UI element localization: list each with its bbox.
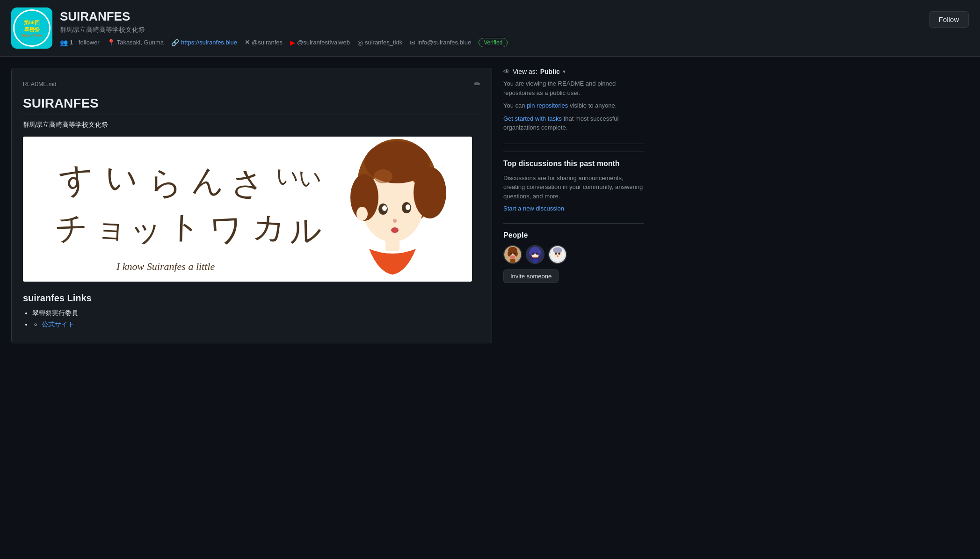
- pin-repos-text: You can pin repositories visible to anyo…: [503, 101, 644, 110]
- svg-text:ッ: ッ: [129, 211, 164, 249]
- svg-point-26: [393, 219, 397, 223]
- view-as-section: 👁 View as: Public ▾ You are viewing the …: [503, 68, 644, 132]
- sketch-svg: す い ら ん さ い い チ ョ ッ: [23, 137, 472, 282]
- svg-point-35: [510, 253, 512, 255]
- svg-rect-46: [533, 259, 538, 263]
- svg-text:ト: ト: [167, 209, 202, 245]
- instagram-icon: ◎: [357, 39, 363, 46]
- svg-point-44: [532, 253, 535, 255]
- website-link[interactable]: 🔗 https://suiranfes.blue: [171, 39, 237, 46]
- svg-text:I know Suiranfes a little: I know Suiranfes a little: [116, 261, 215, 272]
- readme-header: README.md ✏: [23, 80, 480, 88]
- location-icon: 📍: [107, 39, 115, 46]
- main-layout: README.md ✏ SUIRANFES 群馬県立高崎高等学校文化祭 す い …: [0, 57, 655, 355]
- person-avatar-1[interactable]: [503, 245, 522, 264]
- person-avatar-2[interactable]: [526, 245, 544, 264]
- svg-point-50: [553, 247, 562, 254]
- readme-card: README.md ✏ SUIRANFES 群馬県立高崎高等学校文化祭 す い …: [11, 68, 492, 343]
- readme-link-item-2: 公式サイト: [32, 320, 480, 329]
- svg-point-29: [356, 207, 368, 221]
- svg-point-51: [555, 253, 557, 255]
- svg-point-43: [537, 249, 541, 255]
- view-as-value: Public: [540, 68, 560, 75]
- svg-text:ル: ル: [289, 212, 323, 249]
- svg-point-53: [557, 255, 559, 257]
- svg-text:ワ: ワ: [209, 211, 244, 249]
- readme-links-title: suiranfes Links: [23, 293, 480, 304]
- link-icon: 🔗: [171, 39, 179, 46]
- svg-text:チ: チ: [55, 210, 89, 247]
- people-section: People: [503, 231, 644, 283]
- eye-icon: 👁: [503, 68, 510, 75]
- svg-rect-28: [385, 237, 399, 251]
- org-info: SUIRANFES 群馬県立高崎高等学校文化祭 👥 1 follower 📍 T…: [60, 9, 969, 47]
- readme-title: SUIRANFES: [23, 96, 480, 115]
- people-avatars-group: …: [503, 245, 644, 264]
- svg-point-42: [529, 249, 533, 255]
- svg-text:い: い: [104, 160, 139, 197]
- svg-text:ん: ん: [191, 162, 226, 200]
- location: 📍 Takasaki, Gunma: [107, 39, 164, 46]
- discussions-title: Top discussions this past month: [503, 160, 644, 168]
- readme-filename: README.md: [23, 81, 56, 87]
- left-column: README.md ✏ SUIRANFES 群馬県立高崎高等学校文化祭 す い …: [11, 68, 492, 343]
- svg-point-27: [391, 227, 399, 233]
- tasks-text: Get started with tasks that most success…: [503, 114, 644, 132]
- follower-count[interactable]: 👥 1 follower: [60, 39, 100, 46]
- svg-text:カ: カ: [252, 209, 287, 247]
- people-title: People: [503, 231, 644, 240]
- divider-1: [503, 144, 644, 144]
- twitter-icon: ✕: [245, 39, 250, 46]
- instagram-link[interactable]: ◎ suiranfes_tktk: [357, 39, 402, 46]
- readme-subtitle: 群馬県立高崎高等学校文化祭: [23, 121, 480, 129]
- view-as-label: View as:: [513, 68, 537, 75]
- svg-text:い: い: [298, 165, 322, 190]
- svg-point-37: [510, 255, 515, 259]
- svg-text:さ: さ: [230, 165, 265, 202]
- org-description: 群馬県立高崎高等学校文化祭: [60, 26, 969, 34]
- twitter-link[interactable]: ✕ @suiranfes: [245, 39, 283, 46]
- person-avatar-3[interactable]: …: [548, 245, 567, 264]
- pin-repos-link[interactable]: pin repositories: [527, 102, 568, 109]
- discussions-section: Top discussions this past month Discussi…: [503, 152, 644, 212]
- divider-2: [503, 223, 644, 224]
- readme-links: 翠巒祭実行委員 公式サイト: [23, 309, 480, 329]
- follower-icon: 👥: [60, 39, 68, 46]
- email-link[interactable]: ✉ info@suiranfes.blue: [410, 39, 471, 46]
- email-icon: ✉: [410, 39, 415, 46]
- svg-text:ら: ら: [148, 164, 183, 202]
- svg-rect-38: [510, 259, 515, 263]
- svg-point-45: [536, 253, 538, 255]
- svg-text:ョ: ョ: [95, 211, 128, 245]
- follow-button[interactable]: Follow: [929, 11, 969, 28]
- readme-image: す い ら ん さ い い チ ョ ッ: [23, 137, 472, 282]
- view-as-dropdown-icon[interactable]: ▾: [563, 68, 566, 75]
- right-column: 👁 View as: Public ▾ You are viewing the …: [503, 68, 644, 343]
- readme-edit-button[interactable]: ✏: [474, 80, 480, 88]
- tasks-link[interactable]: Get started with tasks: [503, 115, 562, 122]
- start-discussion-link[interactable]: Start a new discussion: [503, 205, 564, 212]
- svg-point-52: [558, 253, 560, 255]
- org-avatar[interactable]: 第66回翠巒祭 Super Crew: [11, 7, 52, 49]
- readme-link-item-1: 翠巒祭実行委員: [32, 309, 480, 318]
- youtube-link[interactable]: ▶ @suiranfestivalweb: [290, 39, 350, 46]
- svg-point-36: [513, 253, 515, 255]
- svg-point-24: [382, 205, 387, 211]
- org-header: 第66回翠巒祭 Super Crew SUIRANFES 群馬県立高崎高等学校文…: [0, 0, 980, 57]
- invite-button[interactable]: Invite someone: [503, 269, 559, 283]
- svg-point-20: [414, 167, 446, 218]
- verified-badge: Verified: [479, 38, 508, 47]
- svg-point-21: [374, 169, 392, 183]
- svg-text:す: す: [58, 160, 95, 200]
- discussions-desc: Discussions are for sharing announcement…: [503, 174, 644, 201]
- svg-point-25: [406, 204, 410, 210]
- youtube-icon: ▶: [290, 39, 295, 46]
- readme-link-official-site[interactable]: 公式サイト: [42, 320, 74, 328]
- svg-text:…: …: [552, 259, 555, 263]
- org-meta: 👥 1 follower 📍 Takasaki, Gunma 🔗 https:/…: [60, 38, 969, 47]
- svg-text:い: い: [275, 163, 299, 189]
- view-as-desc: You are viewing the README and pinned re…: [503, 79, 644, 97]
- org-name: SUIRANFES: [60, 9, 969, 24]
- view-as-row: 👁 View as: Public ▾: [503, 68, 644, 75]
